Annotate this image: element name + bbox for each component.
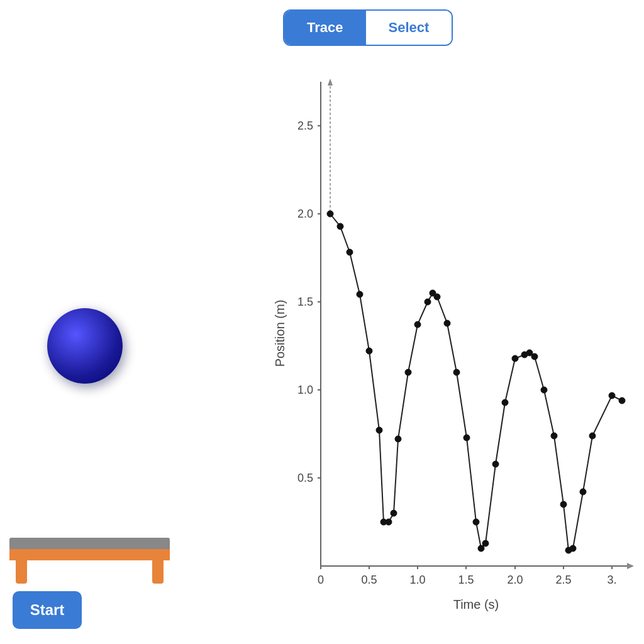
table <box>9 538 170 584</box>
x-axis-arrow <box>627 563 634 569</box>
svg-point-40 <box>551 433 557 439</box>
svg-point-35 <box>512 355 518 362</box>
svg-point-46 <box>609 392 615 399</box>
svg-point-20 <box>391 510 397 516</box>
y-tick-20: 2.0 <box>297 208 313 220</box>
svg-point-15 <box>357 291 363 297</box>
svg-point-39 <box>541 387 547 393</box>
x-tick-15: 1.5 <box>458 574 474 586</box>
svg-point-26 <box>434 294 440 300</box>
svg-point-23 <box>414 321 421 328</box>
select-button[interactable]: Select <box>366 11 452 45</box>
svg-point-44 <box>580 489 586 495</box>
svg-point-31 <box>478 545 484 552</box>
svg-point-29 <box>464 435 470 441</box>
y-tick-05: 0.5 <box>297 472 313 484</box>
svg-point-21 <box>395 436 401 442</box>
svg-point-32 <box>482 540 489 547</box>
svg-point-41 <box>560 501 567 508</box>
svg-point-13 <box>337 223 343 230</box>
y-axis-label: Position (m) <box>273 300 287 367</box>
svg-point-34 <box>502 399 508 406</box>
svg-point-19 <box>386 519 392 525</box>
svg-point-27 <box>444 320 450 326</box>
table-top <box>9 538 170 549</box>
svg-point-38 <box>531 353 538 360</box>
svg-point-16 <box>366 348 372 354</box>
chart-container: Position (m) Time (s) 0.5 1.0 1.5 2.0 2.… <box>270 69 644 616</box>
x-tick-30: 3. <box>607 574 616 586</box>
svg-point-45 <box>589 433 596 439</box>
svg-point-47 <box>619 397 625 404</box>
x-axis-label: Time (s) <box>453 597 499 611</box>
trace-button[interactable]: Trace <box>284 11 366 45</box>
svg-point-17 <box>376 427 382 433</box>
x-tick-25: 2.5 <box>555 574 571 586</box>
x-tick-20: 2.0 <box>507 574 523 586</box>
chart-svg: Position (m) Time (s) 0.5 1.0 1.5 2.0 2.… <box>270 69 644 616</box>
y-tick-10: 1.0 <box>297 384 313 396</box>
chart-panel: Trace Select Position (m) Time (s) 0.5 1… <box>270 0 644 644</box>
svg-point-14 <box>347 249 353 255</box>
data-points <box>327 211 625 553</box>
x-tick-0: 0 <box>318 574 324 586</box>
x-tick-05: 0.5 <box>361 574 377 586</box>
y-tick-25: 2.5 <box>297 119 313 132</box>
svg-point-22 <box>405 369 411 375</box>
x-tick-10: 1.0 <box>409 574 425 586</box>
table-rail <box>9 549 170 560</box>
svg-point-30 <box>473 519 479 525</box>
ball <box>47 308 123 384</box>
start-button[interactable]: Start <box>13 591 82 629</box>
svg-point-28 <box>453 369 460 375</box>
svg-point-24 <box>425 299 431 305</box>
svg-point-33 <box>492 461 499 467</box>
data-line <box>330 214 622 550</box>
svg-point-43 <box>570 545 576 552</box>
chart-arrow <box>328 79 333 86</box>
left-panel: Start <box>0 0 264 644</box>
svg-point-12 <box>327 211 333 217</box>
y-tick-15: 1.5 <box>297 296 313 308</box>
toggle-group: Trace Select <box>283 9 453 46</box>
